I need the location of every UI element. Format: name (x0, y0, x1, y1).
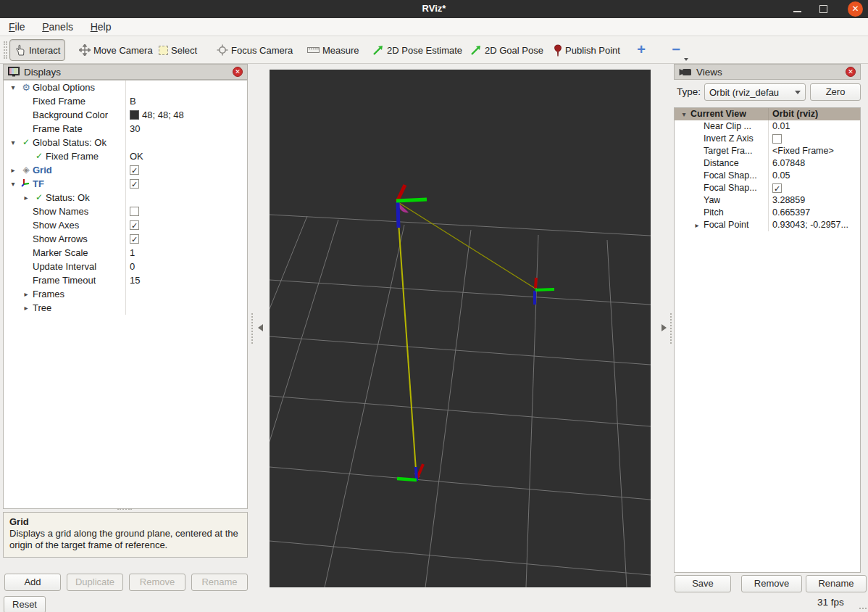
tool-move-camera[interactable]: Move Camera (75, 39, 157, 61)
remove-tool-button[interactable]: − (667, 41, 685, 59)
tree-row-show-names[interactable]: Show Names (4, 204, 247, 218)
menu-panels[interactable]: Panels (35, 18, 80, 33)
tree-row-focal-shape-size[interactable]: Focal Shap... 0.05 (675, 170, 860, 182)
property-value[interactable]: 0 (130, 260, 135, 273)
property-value[interactable]: B (130, 94, 136, 108)
property-value[interactable]: 0.665397 (772, 207, 810, 219)
enabled-checkbox[interactable]: ✓ (130, 179, 139, 189)
tree-row-tf-status[interactable]: ▸✓Status: Ok (4, 191, 247, 204)
tree-row-tree[interactable]: ▸Tree (4, 301, 247, 315)
displays-panel-header[interactable]: Displays ✕ (3, 64, 248, 80)
toolbar-drag-handle[interactable] (4, 41, 7, 59)
add-tool-button[interactable]: + (632, 41, 651, 59)
video-camera-icon (679, 67, 692, 76)
tree-row-tf[interactable]: ▾TF ✓ (4, 177, 247, 191)
expander-icon[interactable]: ▸ (20, 301, 33, 315)
property-value[interactable]: 0.01 (772, 120, 790, 133)
tree-row-update-interval[interactable]: Update Interval 0 (4, 260, 247, 273)
tree-row-grid[interactable]: ▸◈Grid ✓ (4, 163, 247, 177)
views-close-button[interactable]: ✕ (846, 67, 856, 77)
property-value[interactable]: 1 (130, 246, 135, 260)
focal-shape-checkbox[interactable]: ✓ (772, 183, 782, 193)
tree-row-target-frame[interactable]: Target Fra... <Fixed Frame> (675, 145, 860, 157)
tree-row-yaw[interactable]: Yaw 3.28859 (675, 194, 860, 207)
expander-icon[interactable]: ▸ (20, 191, 33, 204)
tree-row-focal-point[interactable]: ▸Focal Point 0.93043; -0.2957... (675, 219, 860, 231)
tool-2d-goal-pose[interactable]: 2D Goal Pose (466, 39, 548, 61)
tree-row-frame-timeout[interactable]: Frame Timeout 15 (4, 273, 247, 287)
property-value[interactable]: 3.28859 (772, 194, 805, 207)
tool-label: Focus Camera (231, 45, 293, 56)
resize-grip[interactable] (859, 608, 867, 609)
tool-publish-point[interactable]: Publish Point (549, 39, 625, 61)
rename-view-button[interactable]: Rename (806, 575, 867, 592)
enabled-checkbox[interactable]: ✓ (130, 165, 139, 175)
tool-options-caret-icon[interactable] (684, 58, 688, 61)
expander-icon[interactable]: ▸ (20, 287, 33, 301)
left-splitter-handle[interactable] (251, 313, 253, 344)
tool-measure[interactable]: Measure (303, 39, 364, 61)
3d-viewport[interactable] (270, 70, 651, 587)
view-type-combobox[interactable]: Orbit (rviz_defau (704, 83, 806, 101)
show-axes-checkbox[interactable]: ✓ (130, 220, 139, 230)
tree-row-invert-z[interactable]: Invert Z Axis (675, 133, 860, 145)
zero-button[interactable]: Zero (810, 83, 861, 101)
tree-row-frames[interactable]: ▸Frames (4, 287, 247, 301)
tool-interact[interactable]: Interact (9, 39, 65, 61)
tree-row-marker-scale[interactable]: Marker Scale 1 (4, 246, 247, 260)
displays-close-button[interactable]: ✕ (233, 67, 243, 77)
property-value[interactable]: 0.05 (772, 170, 790, 182)
expander-icon[interactable]: ▾ (7, 136, 20, 149)
collapse-right-panel-arrow[interactable] (662, 324, 667, 331)
tree-row-current-view[interactable]: ▾Current View Orbit (rviz) (675, 108, 860, 120)
tree-row-global-status[interactable]: ▾✓Global Status: Ok (4, 136, 247, 149)
expander-icon[interactable]: ▸ (690, 219, 704, 231)
property-label: Update Interval (33, 260, 96, 273)
tree-row-global-options[interactable]: ▾⚙Global Options (4, 80, 247, 94)
tool-focus-camera[interactable]: Focus Camera (212, 39, 297, 61)
add-display-button[interactable]: Add (4, 574, 61, 591)
menu-help[interactable]: Help (83, 18, 119, 33)
help-body: Displays a grid along the ground plane, … (9, 528, 238, 550)
property-label: Invert Z Axis (704, 133, 754, 145)
expander-icon[interactable]: ▸ (7, 163, 20, 177)
window-close-button[interactable]: ✕ (848, 1, 863, 17)
show-arrows-checkbox[interactable]: ✓ (130, 234, 139, 244)
property-value[interactable]: 30 (130, 122, 140, 136)
collapse-left-panel-arrow[interactable] (258, 324, 263, 331)
remove-view-button[interactable]: Remove (741, 575, 802, 592)
tree-row-pitch[interactable]: Pitch 0.665397 (675, 207, 860, 219)
right-splitter-handle[interactable] (670, 313, 672, 344)
tree-row-fixed-frame-status[interactable]: ✓Fixed Frame OK (4, 149, 247, 163)
tree-row-show-arrows[interactable]: Show Arrows ✓ (4, 232, 247, 246)
property-value[interactable]: 0.93043; -0.2957... (772, 219, 848, 231)
property-value[interactable]: 48; 48; 48 (142, 108, 184, 122)
maximize-button[interactable] (819, 5, 827, 13)
tree-row-distance[interactable]: Distance 6.07848 (675, 157, 860, 170)
show-names-checkbox[interactable] (130, 207, 139, 216)
tree-row-near-clip[interactable]: Near Clip ... 0.01 (675, 120, 860, 133)
menu-file[interactable]: File (1, 18, 33, 33)
tree-row-frame-rate[interactable]: Frame Rate 30 (4, 122, 247, 136)
property-value[interactable]: 6.07848 (772, 157, 805, 170)
expander-icon[interactable]: ▾ (7, 80, 20, 94)
invert-z-checkbox[interactable] (772, 134, 782, 144)
tree-row-fixed-frame[interactable]: Fixed Frame B (4, 94, 247, 108)
help-splitter-handle[interactable] (117, 508, 132, 510)
views-panel-header[interactable]: Views ✕ (674, 64, 861, 80)
tree-row-background-color[interactable]: Background Color 48; 48; 48 (4, 108, 247, 122)
views-panel-title: Views (696, 67, 841, 78)
expander-icon[interactable]: ▾ (7, 177, 20, 191)
property-value[interactable]: 15 (130, 273, 140, 287)
minimize-button[interactable] (793, 11, 801, 12)
property-label: Show Axes (33, 218, 79, 232)
tree-row-focal-shape-fixed[interactable]: Focal Shap... ✓ (675, 182, 860, 194)
property-value[interactable]: <Fixed Frame> (772, 145, 834, 157)
tree-row-show-axes[interactable]: Show Axes ✓ (4, 218, 247, 232)
tool-select[interactable]: Select (154, 39, 201, 61)
expander-icon[interactable]: ▾ (677, 108, 690, 120)
save-view-button[interactable]: Save (675, 575, 731, 592)
reset-button[interactable]: Reset (4, 596, 46, 612)
tool-2d-pose-estimate[interactable]: 2D Pose Estimate (368, 39, 467, 61)
gear-icon: ⚙ (20, 80, 33, 94)
